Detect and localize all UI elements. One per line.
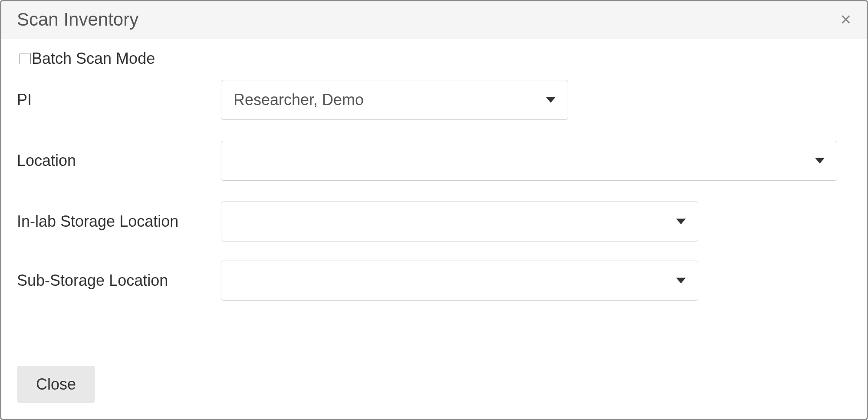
pi-row: PI Researcher, Demo: [17, 80, 851, 120]
dialog-title: Scan Inventory: [17, 9, 138, 30]
pi-select-value: Researcher, Demo: [233, 91, 364, 109]
close-icon[interactable]: ×: [838, 10, 854, 29]
location-select[interactable]: [221, 141, 837, 181]
chevron-down-icon: [546, 97, 556, 103]
pi-label: PI: [17, 90, 221, 109]
storage-label: In-lab Storage Location: [17, 212, 221, 231]
chevron-down-icon: [815, 158, 825, 164]
batch-scan-row: Batch Scan Mode: [20, 50, 851, 68]
pi-select[interactable]: Researcher, Demo: [221, 80, 568, 120]
location-row: Location: [17, 141, 851, 181]
substorage-select[interactable]: [221, 261, 698, 301]
substorage-label: Sub-Storage Location: [17, 271, 221, 290]
dialog-body: Batch Scan Mode PI Researcher, Demo Loca…: [1, 39, 867, 366]
storage-row: In-lab Storage Location: [17, 202, 851, 241]
batch-scan-label: Batch Scan Mode: [32, 50, 155, 68]
batch-scan-checkbox[interactable]: [20, 53, 31, 64]
substorage-row: Sub-Storage Location: [17, 261, 851, 301]
location-label: Location: [17, 151, 221, 170]
scan-inventory-dialog: Scan Inventory × Batch Scan Mode PI Rese…: [0, 0, 868, 420]
dialog-header: Scan Inventory ×: [1, 1, 867, 39]
dialog-footer: Close: [1, 366, 867, 419]
chevron-down-icon: [676, 219, 686, 225]
close-button[interactable]: Close: [17, 366, 95, 403]
chevron-down-icon: [676, 278, 686, 284]
storage-select[interactable]: [221, 202, 698, 241]
